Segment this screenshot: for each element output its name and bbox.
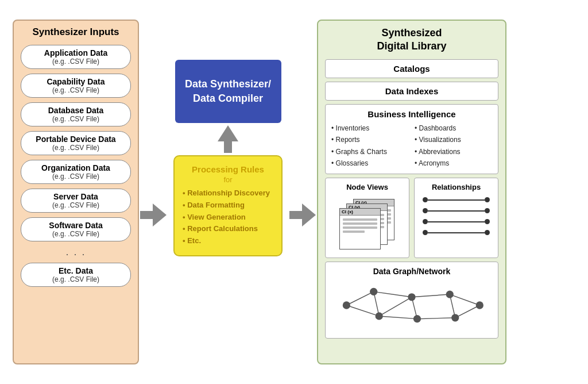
right-panel: Synthesized Digital Library Catalogs Dat… <box>317 20 506 364</box>
input-database-subtitle: (e.g. .CSV File) <box>27 115 125 123</box>
processing-item-2: View Generation <box>183 212 273 224</box>
arrow-left-center <box>139 14 168 370</box>
graph-edge-5 <box>379 316 417 319</box>
rel-dot-r1 <box>485 197 490 202</box>
graph-edge-11 <box>455 305 480 318</box>
input-application-subtitle: (e.g. .CSV File) <box>27 57 125 66</box>
bi-item-dashboards: Dashboards <box>415 122 492 134</box>
relationships-diagram <box>419 195 493 237</box>
node-stack: CI (z) CI (y) CI (x) <box>330 195 404 249</box>
network-title: Data Graph/Network <box>330 267 493 276</box>
synthesizer-label: Data Synthesizer/ Data Compiler <box>185 77 271 106</box>
input-database: Database Data (e.g. .CSV File) <box>21 102 131 126</box>
bi-item-abbreviations: Abbreviations <box>415 146 492 158</box>
synthesizer-box: Data Synthesizer/ Data Compiler <box>175 60 281 123</box>
input-database-title: Database Data <box>27 106 125 115</box>
left-panel-title: Synthesizer Inputs <box>32 26 119 38</box>
bi-title: Business Intelligence <box>331 109 492 119</box>
rel-line-4 <box>428 232 485 233</box>
input-software-subtitle: (e.g. .CSV File) <box>27 230 125 238</box>
bi-item-acronyms: Acronyms <box>415 158 492 169</box>
rel-dot-l3 <box>423 219 428 224</box>
node-paper-1: CI (x) <box>339 208 381 249</box>
input-server: Server Data (e.g. .CSV File) <box>21 189 131 213</box>
node-views-title: Node Views <box>330 183 404 191</box>
graph-edge-12 <box>379 297 412 316</box>
processing-item-3: Report Calculations <box>183 223 273 235</box>
right-panel-title: Synthesized Digital Library <box>325 26 498 53</box>
rel-dot-r4 <box>485 230 490 235</box>
ellipsis: . . . <box>65 246 86 258</box>
graph-edge-7 <box>412 294 450 297</box>
graph-edge-4 <box>374 292 412 297</box>
rel-dot-r3 <box>485 219 490 224</box>
relationships-title: Relationships <box>419 183 493 191</box>
node-label-1: CI (x) <box>340 209 380 216</box>
graph-edge-9 <box>450 294 455 318</box>
processing-for: for <box>183 175 273 184</box>
graph-edge-10 <box>450 294 479 305</box>
rel-row-4 <box>423 230 490 235</box>
graph-edge-1 <box>346 292 373 306</box>
network-graph <box>330 279 493 331</box>
input-capability-subtitle: (e.g. .CSV File) <box>27 86 125 94</box>
graph-edge-8 <box>417 318 455 319</box>
bi-col-1: Inventories Reports Graphs & Charts Glos… <box>331 122 409 170</box>
rel-dot-r2 <box>485 208 490 213</box>
processing-item-0: Relationship Discovery <box>183 187 273 199</box>
input-etc-title: Etc. Data <box>27 266 125 275</box>
rel-row-1 <box>423 197 490 202</box>
bi-item-graphs: Graphs & Charts <box>331 146 409 158</box>
center-column: Data Synthesizer/ Data Compiler Processi… <box>168 14 288 370</box>
catalogs-box: Catalogs <box>325 59 498 78</box>
rel-line-3 <box>428 221 485 222</box>
bi-item-reports: Reports <box>331 134 409 145</box>
business-intel-box: Business Intelligence Inventories Report… <box>325 104 498 175</box>
arrow-center-right <box>288 14 317 370</box>
graph-edge-6 <box>412 297 417 319</box>
relationships-box: Relationships <box>414 178 498 258</box>
input-portable-subtitle: (e.g. .CSV File) <box>27 144 125 152</box>
input-organization-subtitle: (e.g. .CSV File) <box>27 172 125 181</box>
rel-dot-l2 <box>423 208 428 213</box>
rel-row-2 <box>423 208 490 213</box>
input-server-subtitle: (e.g. .CSV File) <box>27 201 125 209</box>
left-panel: Synthesizer Inputs Application Data (e.g… <box>13 20 139 364</box>
input-etc-subtitle: (e.g. .CSV File) <box>27 275 125 283</box>
rel-line-2 <box>428 210 485 212</box>
bi-columns: Inventories Reports Graphs & Charts Glos… <box>331 122 492 170</box>
processing-item-1: Data Formatting <box>183 199 273 212</box>
bi-item-glossaries: Glossaries <box>331 158 409 169</box>
rel-row-3 <box>423 219 490 224</box>
network-box: Data Graph/Network <box>325 262 498 339</box>
bi-item-inventories: Inventories <box>331 122 409 134</box>
diagram: Synthesizer Inputs Application Data (e.g… <box>7 8 581 376</box>
node-views-box: Node Views CI (z) CI (y) <box>325 178 409 258</box>
input-application-title: Application Data <box>27 48 125 57</box>
bi-item-visualizations: Visualizations <box>415 134 492 145</box>
input-capability-title: Capability Data <box>27 77 125 86</box>
input-server-title: Server Data <box>27 192 125 201</box>
input-software-title: Software Data <box>27 221 125 230</box>
input-organization: Organization Data (e.g. .CSV File) <box>21 160 131 184</box>
processing-box: Processing Rules for Relationship Discov… <box>173 155 283 256</box>
rel-dot-l1 <box>423 197 428 202</box>
input-organization-title: Organization Data <box>27 163 125 172</box>
bi-col-2: Dashboards Visualizations Abbreviations … <box>415 122 492 170</box>
input-capability: Capability Data (e.g. .CSV File) <box>21 74 131 98</box>
rel-dot-l4 <box>423 230 428 235</box>
graph-edge-2 <box>346 305 379 316</box>
node-relationships-row: Node Views CI (z) CI (y) <box>325 178 498 258</box>
input-software: Software Data (e.g. .CSV File) <box>21 217 131 241</box>
input-portable-title: Portable Device Data <box>27 135 125 144</box>
up-arrow <box>218 125 238 153</box>
input-portable: Portable Device Data (e.g. .CSV File) <box>21 131 131 155</box>
processing-title: Processing Rules <box>183 164 273 174</box>
data-indexes-box: Data Indexes <box>325 82 498 101</box>
input-etc: Etc. Data (e.g. .CSV File) <box>21 263 131 287</box>
input-application: Application Data (e.g. .CSV File) <box>21 45 131 69</box>
graph-edge-3 <box>374 292 379 317</box>
rel-line-1 <box>428 199 485 201</box>
processing-item-4: Etc. <box>183 235 273 247</box>
